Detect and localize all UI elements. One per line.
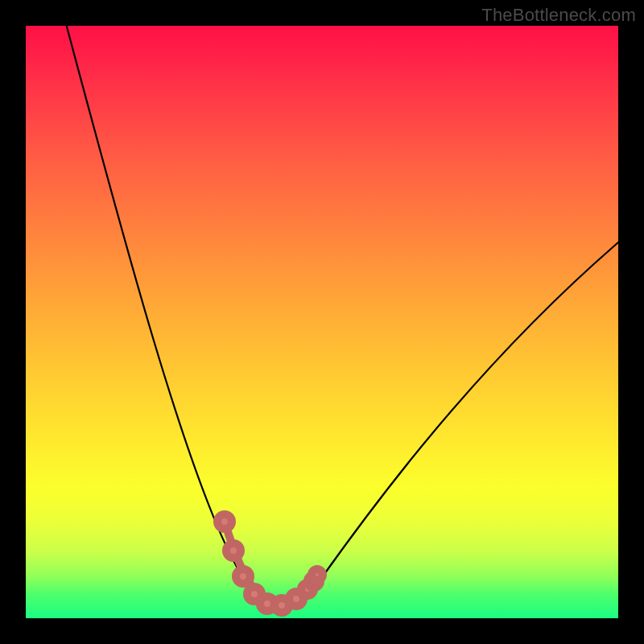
bottleneck-curve bbox=[64, 26, 618, 611]
svg-point-1 bbox=[226, 543, 241, 558]
svg-point-0 bbox=[217, 514, 232, 529]
marker-chain bbox=[217, 514, 323, 613]
svg-point-2 bbox=[236, 569, 250, 584]
watermark-text: TheBottleneck.com bbox=[481, 5, 636, 26]
svg-point-9 bbox=[312, 569, 323, 580]
plot-area bbox=[26, 26, 618, 618]
curve-layer bbox=[26, 26, 618, 618]
chart-frame: TheBottleneck.com bbox=[0, 0, 644, 644]
